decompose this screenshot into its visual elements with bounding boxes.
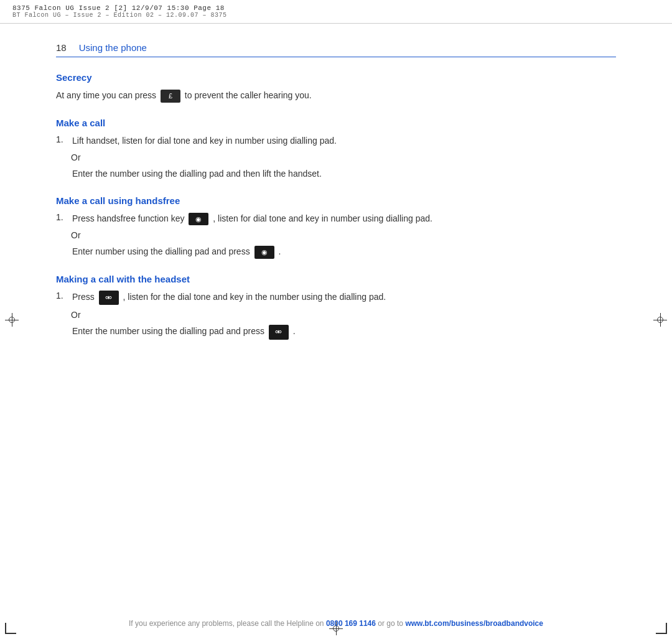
headset-button-icon-2: ⚮ [269, 325, 289, 340]
handsfree-step1b-before: Enter number using the dialling pad and … [72, 246, 250, 256]
mute-button-icon: £ [161, 90, 180, 103]
headset-step1b-before: Enter the number using the dialling pad … [72, 327, 264, 337]
handsfree-step1b: Enter number using the dialling pad and … [72, 245, 616, 259]
headset-step1b: Enter the number using the dialling pad … [72, 325, 616, 340]
handsfree-heading: Make a call using handsfree [56, 195, 616, 206]
handsfree-button-icon-1: ◉ [189, 213, 208, 226]
secrecy-text-after: to prevent the caller hearing you. [185, 90, 312, 100]
make-a-call-or: Or [71, 152, 616, 162]
headset-item-1: 1. Press ⚮ , listen for the dial tone an… [56, 291, 616, 306]
page-content: 18 Using the phone Secrecy At any time y… [37, 24, 635, 614]
print-header: 8375 Falcon UG Issue 2 [2] 12/9/07 15:30… [0, 0, 672, 24]
headset-or: Or [71, 310, 616, 320]
make-a-call-heading: Make a call [56, 118, 616, 128]
page-title: Using the phone [79, 42, 147, 53]
secrecy-text-before: At any time you can press [56, 90, 156, 100]
footer-helpline: 0800 169 1146 [326, 619, 376, 628]
headset-text-after: , listen for the dial tone and key in th… [123, 292, 386, 302]
print-header-line2: BT Falcon UG – Issue 2 – Edition 02 – 12… [12, 12, 227, 19]
headset-heading: Making a call with the headset [56, 274, 616, 284]
corner-mark-bottom-right [656, 623, 667, 634]
handsfree-button-icon-2: ◉ [254, 246, 274, 259]
handsfree-step1b-after: . [278, 246, 281, 256]
page-footer: If you experience any problems, please c… [37, 619, 635, 628]
header-divider [56, 57, 616, 57]
crosshair-right [653, 313, 667, 327]
handsfree-step1: Press handsfree function key ◉ , listen … [72, 212, 432, 226]
make-a-call-step1b: Enter the number using the dialling pad … [72, 167, 616, 180]
make-a-call-step1: Lift handset, listen for dial tone and k… [72, 134, 337, 147]
handsfree-text-after: , listen for dial tone and key in number… [213, 213, 432, 223]
handsfree-item-1: 1. Press handsfree function key ◉ , list… [56, 212, 616, 226]
print-header-line1: 8375 Falcon UG Issue 2 [2] 12/9/07 15:30… [12, 4, 227, 12]
handsfree-text-before: Press handsfree function key [72, 213, 185, 223]
headset-text-before: Press [72, 292, 95, 302]
crosshair-left [5, 313, 19, 327]
headset-button-icon-1: ⚮ [99, 291, 119, 306]
footer-text-middle: or go to [378, 619, 403, 628]
page-header: 18 Using the phone [56, 42, 616, 53]
secrecy-text: At any time you can press £ to prevent t… [56, 89, 616, 103]
footer-text-before: If you experience any problems, please c… [129, 619, 324, 628]
headset-step1b-after: . [293, 327, 296, 337]
page-number: 18 [56, 42, 67, 53]
footer-website: www.bt.com/business/broadbandvoice [405, 619, 543, 628]
secrecy-heading: Secrecy [56, 72, 616, 83]
make-a-call-item-1: 1. Lift handset, listen for dial tone an… [56, 134, 616, 147]
corner-mark-bottom-left [5, 623, 16, 634]
handsfree-or: Or [71, 230, 616, 240]
headset-step1: Press ⚮ , listen for the dial tone and k… [72, 291, 386, 306]
